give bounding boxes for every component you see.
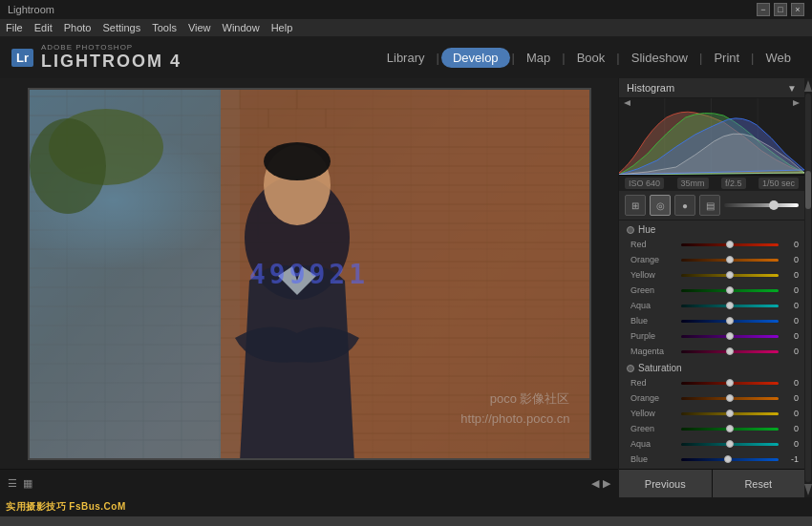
hue-aqua-thumb [726,302,734,309]
module-tabs: Library | Develop | Map | Book | Slidesh… [377,47,801,69]
previous-button[interactable]: Previous [619,470,712,497]
hue-orange-row: Orange 0 [619,252,804,267]
tab-separator: | [699,51,702,65]
filmstrip-next[interactable]: ▶ [603,477,610,490]
sat-orange-value: 0 [781,393,799,403]
sat-aqua-track[interactable] [681,443,779,446]
filmstrip-view-toggle[interactable]: ☰ [8,477,17,490]
sat-blue-value: -1 [781,454,799,464]
scroll-track[interactable] [805,94,811,482]
hue-toggle[interactable] [627,226,634,234]
scroll-down-button[interactable] [804,484,812,495]
hue-orange-track[interactable] [681,259,779,262]
maximize-button[interactable]: □ [774,3,787,16]
crop-tool[interactable]: ◎ [650,195,671,216]
menu-edit[interactable]: Edit [34,22,53,33]
hue-green-track[interactable] [681,289,779,292]
hue-aqua-label: Aqua [630,301,678,310]
tool-slider-thumb [769,200,779,210]
hue-purple-track[interactable] [681,335,779,338]
photo-area: 499921 poco 影像社区 http://photo.poco.cn ☰ … [0,78,618,497]
hue-yellow-track[interactable] [681,274,779,277]
menu-tools[interactable]: Tools [152,22,177,33]
hue-blue-track[interactable] [681,320,779,323]
close-button[interactable]: × [791,3,804,16]
aperture-value: f/2.5 [721,178,746,189]
tab-separator: | [616,51,619,65]
heal-tool[interactable]: ● [674,195,695,216]
scroll-thumb [805,171,811,209]
right-scrollbar[interactable] [804,78,812,497]
photo-frame: 499921 poco 影像社区 http://photo.poco.cn [28,88,591,460]
tool-slider[interactable] [724,203,799,207]
sat-blue-label: Blue [630,454,678,464]
menu-window[interactable]: Window [223,22,260,33]
tab-slideshow[interactable]: Slideshow [622,47,697,69]
menu-photo[interactable]: Photo [64,22,92,33]
hue-orange-label: Orange [630,255,678,264]
reset-button[interactable]: Reset [713,470,805,497]
sat-green-track[interactable] [681,428,779,431]
hue-yellow-thumb [726,271,734,279]
sat-blue-row: Blue -1 [619,452,804,467]
saturation-toggle[interactable] [627,365,634,372]
sliders-area[interactable]: Hue Red 0 Orange 0 Yellow [619,221,804,469]
grid-tool[interactable]: ⊞ [625,195,646,216]
hue-blue-label: Blue [630,316,678,326]
sat-yellow-track[interactable] [681,412,779,415]
hue-red-track[interactable] [681,243,779,246]
sat-orange-track[interactable] [681,397,779,400]
focal-length: 35mm [677,178,709,189]
filmstrip-prev[interactable]: ◀ [591,477,599,490]
menu-view[interactable]: View [188,22,211,33]
app-title-main: LIGHTROOM 4 [41,52,182,72]
sat-yellow-label: Yellow [630,409,678,418]
sat-orange-row: Orange 0 [619,390,804,406]
hue-magenta-track[interactable] [681,350,779,353]
tab-separator: | [751,51,754,65]
histogram-chart [619,98,804,175]
banner-text: 实用摄影技巧 FsBus.CoM [6,500,126,514]
iso-value: ISO 640 [625,178,664,189]
tab-web[interactable]: Web [757,47,801,69]
sat-red-value: 0 [781,378,799,388]
tab-print[interactable]: Print [704,47,749,69]
camera-info-bar: ISO 640 35mm f/2.5 1/50 sec [619,175,804,191]
hue-purple-row: Purple 0 [619,328,804,344]
hue-magenta-thumb [726,347,734,355]
filmstrip-mode[interactable]: ▦ [23,477,32,490]
photo-container[interactable]: 499921 poco 影像社区 http://photo.poco.cn [0,78,618,469]
adjust-tool[interactable]: ▤ [699,195,720,216]
sat-red-track[interactable] [681,382,779,385]
tab-develop[interactable]: Develop [441,48,510,68]
tab-separator: | [562,51,565,65]
main-content: 499921 poco 影像社区 http://photo.poco.cn ☰ … [0,78,812,497]
hue-red-thumb [726,241,734,248]
panel-footer: Previous Reset [619,469,804,497]
menu-settings[interactable]: Settings [102,22,140,33]
poco-text: poco 影像社区 [460,389,569,410]
sat-green-thumb [726,425,734,432]
tab-library[interactable]: Library [377,47,435,69]
hue-yellow-value: 0 [781,270,799,280]
sat-aqua-value: 0 [781,439,799,449]
tab-book[interactable]: Book [567,47,615,69]
hue-red-label: Red [630,240,678,249]
hue-label: Hue [638,224,655,235]
panel-title: Histogram [627,82,674,94]
panel-collapse-icon[interactable]: ▼ [787,83,797,94]
menu-file[interactable]: File [6,22,23,33]
minimize-button[interactable]: − [757,3,770,16]
filmstrip-bar: ☰ ▦ ◀ ▶ [0,469,618,497]
sat-yellow-value: 0 [781,409,799,418]
hue-red-row: Red 0 [619,237,804,252]
hue-green-row: Green 0 [619,283,804,298]
menu-help[interactable]: Help [271,22,293,33]
sat-orange-thumb [726,394,734,402]
scroll-up-button[interactable] [804,80,812,92]
hue-aqua-row: Aqua 0 [619,298,804,313]
sat-blue-track[interactable] [681,458,779,461]
tab-map[interactable]: Map [517,47,560,69]
hue-aqua-track[interactable] [681,305,779,307]
poco-url: http://photo.poco.cn [460,410,569,430]
